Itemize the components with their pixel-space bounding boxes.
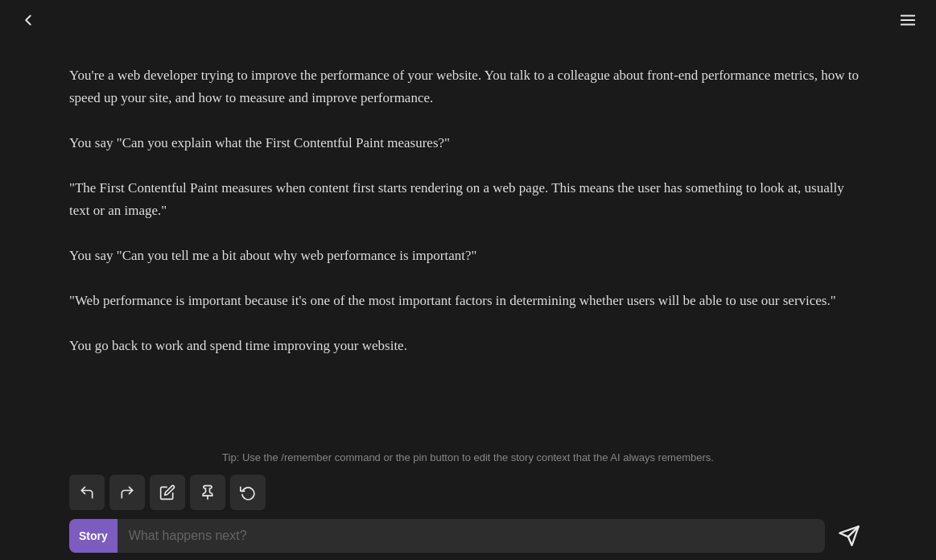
refresh-button[interactable] <box>230 475 266 510</box>
pin-icon <box>200 484 216 500</box>
hamburger-icon <box>899 11 917 29</box>
undo-button[interactable] <box>69 475 105 510</box>
back-icon <box>19 11 37 29</box>
edit-icon <box>159 484 175 500</box>
story-paragraph-2: You say "Can you explain what the First … <box>69 132 867 154</box>
pin-button[interactable] <box>190 475 225 510</box>
send-icon <box>838 525 860 547</box>
story-paragraph-4: You say "Can you tell me a bit about why… <box>69 245 867 267</box>
top-bar <box>0 0 936 40</box>
back-button[interactable] <box>13 5 43 35</box>
story-input[interactable] <box>118 519 825 553</box>
redo-button[interactable] <box>109 475 145 510</box>
edit-button[interactable] <box>150 475 185 510</box>
story-paragraph-5: "Web performance is important because it… <box>69 290 867 312</box>
undo-icon <box>79 484 95 500</box>
tip-text: Tip: Use the /remember command or the pi… <box>0 445 936 467</box>
story-paragraph-3: "The First Contentful Paint measures whe… <box>69 177 867 222</box>
story-badge[interactable]: Story <box>69 519 118 553</box>
story-paragraph-6: You go back to work and spend time impro… <box>69 335 867 357</box>
toolbar <box>0 475 936 510</box>
input-wrapper: Story <box>69 519 825 553</box>
story-paragraph-1: You're a web developer trying to improve… <box>69 64 867 109</box>
redo-icon <box>119 484 135 500</box>
input-row: Story <box>0 518 936 554</box>
bottom-area: Tip: Use the /remember command or the pi… <box>0 445 936 560</box>
refresh-icon <box>240 484 256 500</box>
send-button[interactable] <box>831 518 867 554</box>
menu-button[interactable] <box>893 5 923 35</box>
